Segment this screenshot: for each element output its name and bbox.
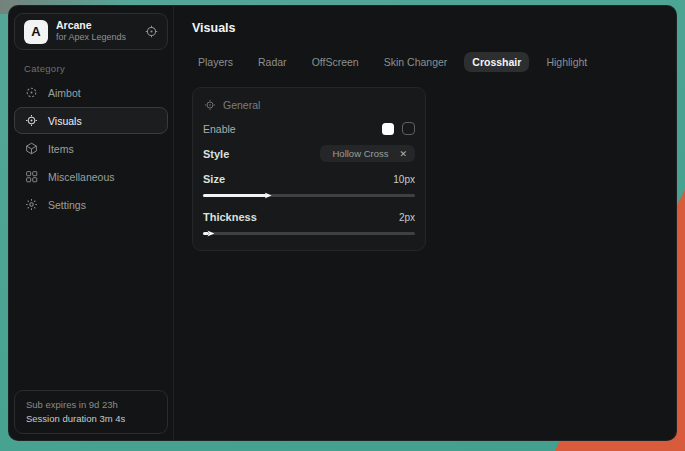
app-logo: A (24, 20, 48, 44)
sub-expires-text: Sub expires in 9d 23h (26, 398, 156, 412)
sidebar-item-settings[interactable]: Settings (14, 191, 168, 218)
enable-row: Enable (203, 122, 415, 135)
thickness-label: Thickness (203, 211, 257, 223)
visuals-icon (25, 114, 38, 127)
sidebar: A Arcane for Apex Legends Category (9, 6, 174, 440)
thickness-control: Thickness 2px (203, 211, 415, 235)
sidebar-nav: Aimbot Visuals Items (9, 79, 173, 218)
app-header: A Arcane for Apex Legends (14, 13, 168, 50)
style-row: Style Hollow Cross ✕ (203, 145, 415, 162)
sidebar-item-label: Settings (48, 199, 86, 211)
color-swatch[interactable] (382, 123, 394, 135)
app-logo-letter: A (31, 24, 40, 39)
tab-players[interactable]: Players (190, 52, 241, 72)
panel-title: General (223, 99, 260, 111)
subscription-info: Sub expires in 9d 23h Session duration 3… (14, 390, 168, 435)
size-value: 10px (393, 174, 415, 185)
thickness-slider[interactable] (203, 232, 415, 235)
size-control: Size 10px (203, 173, 415, 197)
enable-checkbox[interactable] (402, 122, 415, 135)
enable-label: Enable (203, 123, 236, 135)
session-duration-text: Session duration 3m 4s (26, 412, 156, 426)
tab-highlight[interactable]: Highlight (538, 52, 595, 72)
sidebar-item-visuals[interactable]: Visuals (14, 107, 168, 134)
sidebar-item-items[interactable]: Items (14, 135, 168, 162)
size-label: Size (203, 173, 225, 185)
crosshair-icon (204, 99, 216, 111)
main-content: Visuals Players Radar OffScreen Skin Cha… (174, 6, 676, 440)
size-slider-thumb[interactable] (265, 192, 275, 200)
settings-icon (25, 198, 38, 211)
style-label: Style (203, 148, 229, 160)
category-label: Category (24, 63, 173, 74)
items-icon (25, 142, 38, 155)
sidebar-item-label: Aimbot (48, 87, 81, 99)
tab-crosshair[interactable]: Crosshair (464, 52, 529, 72)
tab-radar[interactable]: Radar (250, 52, 295, 72)
style-select[interactable]: Hollow Cross ✕ (320, 145, 415, 162)
sidebar-item-miscellaneous[interactable]: Miscellaneous (14, 163, 168, 190)
clear-icon[interactable]: ✕ (399, 149, 407, 159)
general-panel: General Enable Style Hollow Cross ✕ Size (192, 87, 426, 251)
size-slider[interactable] (203, 194, 415, 197)
thickness-value: 2px (399, 212, 415, 223)
tab-bar: Players Radar OffScreen Skin Changer Cro… (190, 52, 660, 72)
thickness-slider-thumb[interactable] (207, 230, 217, 238)
target-icon[interactable] (145, 25, 158, 38)
aimbot-icon (25, 86, 38, 99)
tab-skin-changer[interactable]: Skin Changer (376, 52, 456, 72)
sidebar-item-label: Miscellaneous (48, 171, 115, 183)
sidebar-item-label: Visuals (48, 115, 82, 127)
sidebar-item-label: Items (48, 143, 74, 155)
app-window: A Arcane for Apex Legends Category (8, 5, 677, 441)
tab-offscreen[interactable]: OffScreen (304, 52, 367, 72)
app-subtitle: for Apex Legends (56, 32, 126, 43)
app-name: Arcane (56, 19, 126, 32)
style-value: Hollow Cross (332, 148, 388, 159)
miscellaneous-icon (25, 170, 38, 183)
page-title: Visuals (192, 21, 660, 35)
sidebar-item-aimbot[interactable]: Aimbot (14, 79, 168, 106)
